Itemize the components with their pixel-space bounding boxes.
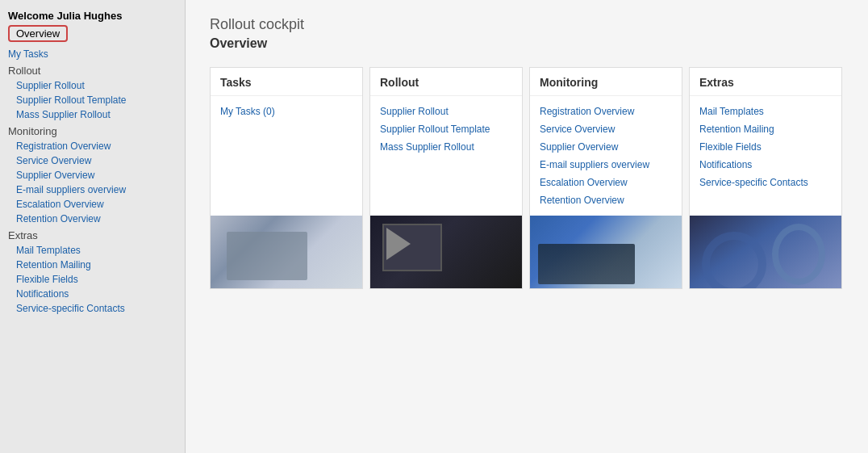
monitoring-card-header: Monitoring — [530, 68, 682, 96]
sidebar-mail-templates[interactable]: Mail Templates — [0, 243, 185, 258]
overview-button[interactable]: Overview — [8, 25, 68, 42]
sidebar-notifications[interactable]: Notifications — [0, 287, 185, 301]
link-supplier-rollout[interactable]: Supplier Rollout — [380, 104, 512, 119]
tasks-card: TasksMy Tasks (0) — [210, 67, 363, 289]
sidebar-registration-overview[interactable]: Registration Overview — [0, 139, 185, 153]
sidebar-supplier-rollout-template[interactable]: Supplier Rollout Template — [0, 93, 185, 107]
rollout-card-image — [370, 216, 522, 288]
link-flexible-fields[interactable]: Flexible Fields — [699, 140, 832, 154]
rollout-card-links: Supplier RolloutSupplier Rollout Templat… — [370, 96, 522, 216]
link-service-contacts[interactable]: Service-specific Contacts — [699, 175, 832, 190]
sidebar-monitoring-group: Registration OverviewService OverviewSup… — [0, 139, 185, 226]
sidebar-service-contacts[interactable]: Service-specific Contacts — [0, 301, 185, 316]
rollout-card: RolloutSupplier RolloutSupplier Rollout … — [369, 67, 523, 289]
link-mail-templates[interactable]: Mail Templates — [699, 104, 832, 119]
sidebar-flexible-fields[interactable]: Flexible Fields — [0, 272, 185, 287]
link-supplier-rollout-template[interactable]: Supplier Rollout Template — [380, 122, 512, 136]
link-reg-overview[interactable]: Registration Overview — [540, 104, 672, 119]
cards-grid: TasksMy Tasks (0)RolloutSupplier Rollout… — [210, 67, 844, 289]
monitoring-card: MonitoringRegistration OverviewService O… — [529, 67, 682, 289]
sidebar-item-my-tasks[interactable]: My Tasks — [0, 47, 185, 61]
sidebar-mass-supplier-rollout[interactable]: Mass Supplier Rollout — [0, 107, 185, 122]
link-retention-mailing[interactable]: Retention Mailing — [699, 122, 832, 136]
sidebar-section-rollout: Rollout — [0, 61, 185, 78]
sidebar-retention-mailing[interactable]: Retention Mailing — [0, 258, 185, 272]
link-service-overview[interactable]: Service Overview — [540, 122, 672, 136]
tasks-card-header: Tasks — [211, 68, 362, 96]
extras-card-links: Mail TemplatesRetention MailingFlexible … — [690, 96, 841, 216]
monitoring-card-links: Registration OverviewService OverviewSup… — [530, 96, 682, 216]
extras-card: ExtrasMail TemplatesRetention MailingFle… — [689, 67, 842, 289]
link-escalation-overview[interactable]: Escalation Overview — [540, 175, 672, 190]
link-mass-supplier-rollout[interactable]: Mass Supplier Rollout — [380, 140, 512, 154]
link-retention-overview[interactable]: Retention Overview — [540, 193, 672, 208]
link-my-tasks[interactable]: My Tasks (0) — [220, 104, 353, 119]
page-title: Rollout cockpit — [210, 16, 844, 33]
tasks-card-image — [211, 216, 362, 288]
sidebar-service-overview[interactable]: Service Overview — [0, 153, 185, 168]
extras-card-header: Extras — [690, 68, 841, 96]
sidebar-section-extras: Extras — [0, 226, 185, 243]
sidebar-supplier-rollout[interactable]: Supplier Rollout — [0, 78, 185, 93]
sidebar-rollout-group: Supplier RolloutSupplier Rollout Templat… — [0, 78, 185, 122]
sidebar-escalation-overview[interactable]: Escalation Overview — [0, 197, 185, 212]
sidebar-section-monitoring: Monitoring — [0, 122, 185, 139]
monitoring-card-image — [530, 216, 682, 288]
tasks-card-links: My Tasks (0) — [211, 96, 362, 216]
link-notifications[interactable]: Notifications — [699, 157, 832, 172]
link-email-suppliers[interactable]: E-mail suppliers overview — [540, 157, 672, 172]
link-supplier-overview[interactable]: Supplier Overview — [540, 140, 672, 154]
sidebar-email-suppliers[interactable]: E-mail suppliers overview — [0, 182, 185, 197]
sidebar-retention-overview[interactable]: Retention Overview — [0, 212, 185, 226]
main-content: Rollout cockpit Overview TasksMy Tasks (… — [186, 0, 868, 453]
sidebar-extras-group: Mail TemplatesRetention MailingFlexible … — [0, 243, 185, 316]
sidebar: Welcome Julia Hughes Overview My Tasks R… — [0, 0, 186, 453]
page-subtitle: Overview — [210, 36, 844, 51]
welcome-message: Welcome Julia Hughes — [0, 6, 185, 23]
rollout-card-header: Rollout — [370, 68, 522, 96]
extras-card-image — [690, 216, 841, 288]
sidebar-supplier-overview[interactable]: Supplier Overview — [0, 168, 185, 182]
